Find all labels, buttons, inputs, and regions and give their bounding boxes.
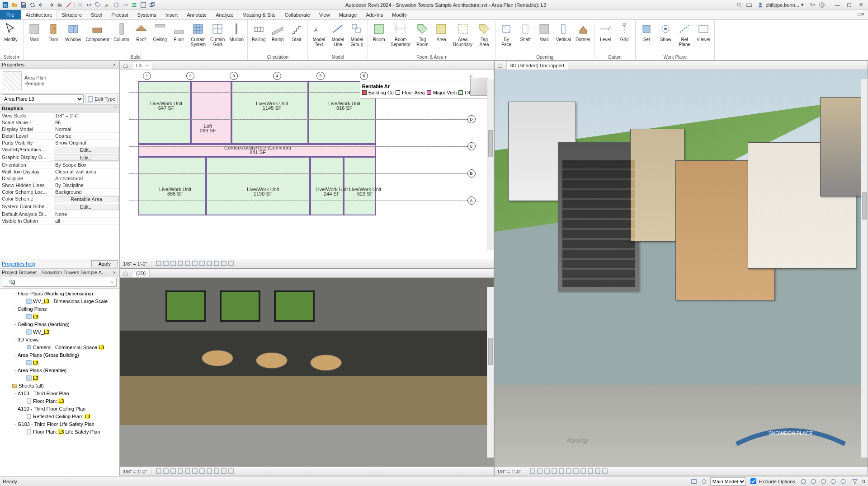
set-tool[interactable]: Set [637, 21, 656, 43]
tag-room-tool[interactable]: TagRoom [413, 21, 431, 48]
roof-tool[interactable]: Roof [132, 21, 150, 43]
property-row[interactable]: Detail LevelCoarse [0, 133, 119, 140]
sun-path-icon[interactable] [170, 260, 177, 267]
stair-tool[interactable]: Stair [288, 21, 306, 43]
close-button[interactable]: ✕ [855, 1, 866, 9]
grid-bubble[interactable]: 2 [186, 72, 194, 80]
select-links-icon[interactable] [800, 478, 807, 485]
cart-icon[interactable] [808, 1, 816, 9]
expand-icon[interactable]: - [13, 322, 18, 327]
tree-node[interactable]: L3 [0, 374, 119, 382]
tree-node[interactable]: L3 [0, 359, 119, 366]
crop-icon[interactable] [191, 260, 198, 267]
constraints-icon[interactable] [227, 467, 235, 475]
expand-icon[interactable]: - [13, 353, 18, 357]
constraints-icon[interactable] [227, 260, 235, 267]
view-cube[interactable] [470, 78, 488, 96]
area-boundary-tool[interactable]: AreaBoundary [451, 21, 474, 48]
text-icon[interactable]: A [104, 1, 111, 9]
panel-label[interactable]: Opening [497, 54, 592, 60]
design-options-icon[interactable] [700, 478, 708, 485]
align-icon[interactable] [76, 1, 84, 9]
open-icon[interactable] [11, 1, 18, 9]
grid-bubble[interactable]: 3 [230, 72, 238, 80]
view-tab[interactable]: 3D (Shaded) Uncropped [506, 61, 568, 70]
keyboard-icon[interactable] [745, 1, 753, 9]
tab-modify[interactable]: Modify [387, 10, 411, 19]
revit-logo-icon[interactable]: R [2, 1, 9, 9]
floor-tool[interactable]: Floor [170, 21, 188, 43]
level-tool[interactable]: Level [596, 21, 614, 43]
print-icon[interactable] [56, 1, 63, 9]
grid-bubble[interactable]: A [467, 196, 476, 205]
instance-filter[interactable]: Area Plan: L3 [2, 94, 84, 103]
crop-visible-icon[interactable] [198, 467, 206, 475]
area-tool[interactable]: Area [432, 21, 450, 43]
wall-tool[interactable]: Wall [25, 21, 43, 43]
measure-icon[interactable] [65, 1, 72, 9]
mullion-tool[interactable]: Mullion [227, 21, 245, 43]
sun-path-icon[interactable] [170, 467, 177, 475]
ramp-tool[interactable]: Ramp [269, 21, 287, 43]
browser-header[interactable]: Project Browser - Snowdon Towers Sample … [0, 268, 119, 276]
redo-icon[interactable] [47, 1, 54, 9]
type-selector[interactable]: Area Plan Rentable [0, 69, 119, 93]
property-row[interactable]: OrientationBy Scope Box [0, 162, 119, 168]
show-tool[interactable]: Show [656, 21, 675, 43]
minimize-button[interactable]: — [832, 1, 843, 9]
property-row[interactable]: Graphic Display O...Edit... [0, 154, 119, 162]
property-group-header[interactable]: Graphics⌃ [0, 105, 119, 112]
tab-steel[interactable]: Steel [86, 10, 107, 19]
property-row[interactable]: Default Analysis Di...None [0, 211, 119, 218]
3d-canvas[interactable]: SNOWDON PLACE Parking [495, 70, 868, 467]
detail-level-icon[interactable] [529, 467, 536, 475]
3d-canvas[interactable] [120, 278, 494, 467]
wall-tool[interactable]: Wall [535, 21, 553, 43]
tab-collaborate[interactable]: Collaborate [280, 10, 315, 19]
annot-crop-icon[interactable] [580, 467, 587, 475]
shaft-tool[interactable]: Shaft [516, 21, 534, 43]
view-tab[interactable]: L3× [132, 61, 152, 70]
expand-icon[interactable]: - [13, 407, 18, 411]
tab-view[interactable]: View [315, 10, 335, 19]
tree-node[interactable]: -Area Plans (Rentable) [0, 366, 119, 374]
tree-node[interactable]: Floor Plan: L3 [0, 397, 119, 405]
tree-node[interactable]: -G103 - Third Floor Life Safety Plan [0, 420, 119, 428]
curtain-system-tool[interactable]: CurtainSystem [189, 21, 208, 48]
tree-node[interactable]: -Sheets (all) [0, 382, 119, 389]
properties-header[interactable]: Properties × [0, 61, 119, 69]
column-tool[interactable]: Column [112, 21, 131, 43]
property-row[interactable]: Scale Value 1:96 [0, 119, 119, 126]
properties-help-link[interactable]: Properties help [2, 261, 35, 266]
edit-type-button[interactable]: Edit Type [85, 95, 118, 103]
crop-visible-icon[interactable] [572, 467, 580, 475]
component-tool[interactable]: Component [84, 21, 111, 43]
constraints-icon[interactable] [601, 467, 609, 475]
exclude-options-checkbox[interactable] [750, 478, 756, 484]
property-row[interactable]: Show Hidden LinesBy Discipline [0, 182, 119, 189]
select-pinned-icon[interactable] [820, 478, 827, 485]
tree-node[interactable]: WV_L3 - Dimensions Large Scale [0, 297, 119, 305]
section-icon[interactable] [122, 1, 129, 9]
panel-label[interactable]: Work Plane [637, 54, 712, 60]
save-icon[interactable] [20, 1, 27, 9]
door-tool[interactable]: Door [44, 21, 62, 43]
viewer-tool[interactable]: Viewer [694, 21, 712, 43]
shadows-icon[interactable] [177, 467, 184, 475]
tab-structure[interactable]: Structure [57, 10, 86, 19]
property-row[interactable]: Color SchemeRentable Area [0, 196, 119, 203]
account-button[interactable]: philippe.bonn... ▾ [755, 2, 806, 8]
crop-visible-icon[interactable] [198, 260, 206, 267]
rendering-icon[interactable] [558, 467, 565, 475]
scrollbar-vertical[interactable] [487, 79, 494, 250]
select-face-icon[interactable] [830, 478, 837, 485]
ceiling-tool[interactable]: Ceiling [151, 21, 169, 43]
tree-node[interactable]: -Ceiling Plans (Working) [0, 320, 119, 328]
tree-node[interactable]: -A110 - Third Floor Ceiling Plan [0, 405, 119, 412]
tree-node[interactable]: -3D Views [0, 336, 119, 343]
tree-node[interactable]: WV_L3 [0, 328, 119, 336]
tree-node[interactable]: -Floor Plans (Working Dimensions) [0, 290, 119, 297]
tab-add-ins[interactable]: Add-Ins [361, 10, 387, 19]
switch-windows-icon[interactable] [149, 1, 156, 9]
close-view-icon[interactable]: × [143, 63, 148, 68]
